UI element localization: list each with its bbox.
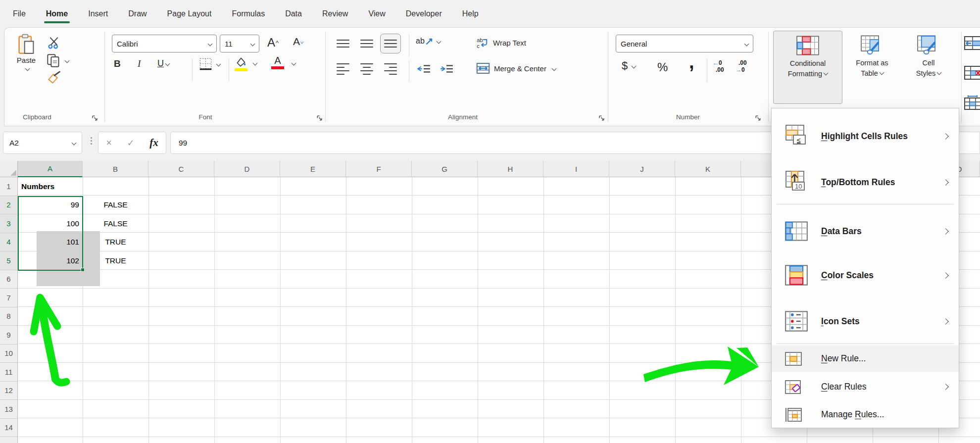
increase-decimal-button[interactable]: ←0 .00 (713, 59, 724, 73)
row-header-10[interactable]: 10 (0, 345, 18, 363)
enter-icon[interactable]: ✓ (127, 138, 135, 148)
name-box-chevron[interactable] (72, 141, 77, 146)
column-header-i[interactable]: I (543, 161, 609, 177)
menu-item-top-bottom-rules[interactable]: 10 Top/Bottom Rules (772, 162, 959, 202)
row-header-7[interactable]: 7 (0, 289, 18, 307)
column-header-k[interactable]: K (675, 161, 741, 177)
cell-a3[interactable]: 100 (18, 214, 83, 233)
row-header-8[interactable]: 8 (0, 307, 18, 326)
wrap-text-button[interactable]: ab c Wrap Text (476, 37, 526, 49)
row-header-4[interactable]: 4 (0, 233, 18, 252)
cell-b2[interactable]: FALSE (83, 196, 148, 215)
format-painter-button[interactable] (48, 71, 61, 84)
tab-view[interactable]: View (367, 7, 386, 20)
tab-formulas[interactable]: Formulas (231, 7, 266, 20)
menu-item-color-scales[interactable]: Color Scales (772, 254, 959, 296)
insert-cells-button[interactable] (964, 36, 980, 50)
column-header-c[interactable]: C (148, 161, 214, 177)
borders-dropdown-chevron[interactable] (216, 62, 221, 67)
column-header-b[interactable]: B (83, 161, 148, 177)
copy-dropdown-chevron[interactable] (65, 58, 70, 63)
font-color-button[interactable]: A (271, 55, 284, 69)
top-align-button[interactable] (337, 40, 349, 48)
cell-a4[interactable]: 101 (18, 233, 83, 252)
cell-a2-active[interactable]: 99 (18, 196, 83, 215)
percent-format-button[interactable]: % (657, 60, 668, 74)
number-dialog-launcher[interactable] (754, 114, 762, 122)
tab-data[interactable]: Data (284, 7, 303, 20)
menu-item-data-bars[interactable]: Data Bars (772, 210, 959, 252)
column-header-d[interactable]: D (214, 161, 280, 177)
row-header-3[interactable]: 3 (0, 214, 18, 233)
bold-button[interactable]: B (114, 58, 121, 69)
column-header-g[interactable]: G (412, 161, 478, 177)
menu-item-icon-sets[interactable]: Icon Sets (772, 300, 959, 342)
column-header-j[interactable]: J (609, 161, 675, 177)
font-dialog-launcher[interactable] (316, 114, 323, 122)
menu-item-new-rule[interactable]: New Rule... (772, 345, 959, 372)
currency-dropdown-chevron[interactable] (632, 63, 637, 68)
tab-home[interactable]: Home (45, 7, 69, 20)
tab-page-layout[interactable]: Page Layout (166, 7, 213, 20)
merge-center-chevron[interactable] (551, 66, 556, 71)
delete-cells-button[interactable] (964, 65, 980, 80)
row-header-9[interactable]: 9 (0, 326, 18, 345)
tab-developer[interactable]: Developer (405, 7, 443, 20)
row-header-6[interactable]: 6 (0, 270, 18, 289)
decrease-decimal-button[interactable]: .00 →0 (735, 59, 747, 73)
decrease-indent-button[interactable] (417, 63, 431, 74)
align-center-button[interactable] (360, 63, 373, 75)
increase-indent-button[interactable] (440, 63, 453, 74)
row-header-15[interactable]: 15 (0, 437, 18, 443)
select-all-corner[interactable] (0, 161, 18, 177)
cell-styles-button[interactable]: Cell Styles (902, 31, 955, 104)
decrease-font-size-button[interactable]: A^ (293, 36, 303, 48)
menu-item-manage-rules[interactable]: Manage Rules... (772, 401, 959, 428)
comma-format-button[interactable]: , (689, 51, 694, 73)
row-header-2[interactable]: 2 (0, 196, 18, 215)
format-as-table-button[interactable]: Format as Table (845, 31, 899, 104)
fill-color-button[interactable] (235, 56, 247, 71)
alignment-dialog-launcher[interactable] (598, 114, 605, 122)
cell-a1[interactable]: Numbers (18, 177, 83, 196)
menu-item-clear-rules[interactable]: Clear Rules (772, 374, 959, 400)
increase-font-size-button[interactable]: A^ (267, 36, 279, 49)
font-name-combo[interactable]: Calibri (112, 35, 217, 52)
tab-file[interactable]: File (12, 7, 27, 20)
column-header-a[interactable]: A (18, 161, 83, 177)
paste-dropdown-chevron[interactable] (25, 66, 30, 71)
menu-item-highlight-cells-rules[interactable]: ≤ Highlight Cells Rules (772, 117, 959, 155)
font-size-combo[interactable]: 11 (220, 35, 259, 52)
cell-b3[interactable]: FALSE (83, 214, 148, 233)
clipboard-dialog-launcher[interactable] (91, 114, 98, 122)
conditional-formatting-button[interactable]: Conditional Formatting (773, 31, 842, 104)
row-header-14[interactable]: 14 (0, 419, 18, 438)
cell-b5[interactable]: TRUE (83, 251, 148, 270)
orientation-button[interactable]: ab (416, 37, 441, 46)
italic-button[interactable]: I (138, 58, 141, 69)
fill-color-chevron[interactable] (251, 61, 257, 65)
tab-help[interactable]: Help (461, 7, 480, 20)
align-left-button[interactable] (337, 63, 349, 75)
tab-draw[interactable]: Draw (127, 7, 147, 20)
row-header-12[interactable]: 12 (0, 382, 18, 400)
tab-review[interactable]: Review (321, 7, 349, 20)
underline-button[interactable]: U (157, 58, 169, 69)
format-cells-button[interactable] (964, 95, 980, 110)
insert-function-icon[interactable]: fx (149, 137, 158, 149)
column-header-e[interactable]: E (280, 161, 346, 177)
cut-button[interactable] (48, 37, 60, 49)
name-box[interactable]: A2 (3, 132, 82, 154)
cell-a5[interactable]: 102 (18, 251, 83, 270)
underline-dropdown-chevron[interactable] (165, 61, 170, 66)
merge-center-button[interactable]: Merge & Center (476, 62, 556, 74)
row-header-13[interactable]: 13 (0, 400, 18, 419)
cancel-icon[interactable]: × (106, 137, 112, 148)
middle-align-button[interactable] (360, 40, 373, 48)
orientation-dropdown-chevron[interactable] (436, 39, 441, 44)
font-color-chevron[interactable] (290, 61, 295, 65)
cell-b4[interactable]: TRUE (83, 233, 148, 252)
paste-button[interactable]: Paste (11, 34, 42, 70)
number-format-combo[interactable]: General (616, 35, 753, 52)
column-header-f[interactable]: F (346, 161, 412, 177)
